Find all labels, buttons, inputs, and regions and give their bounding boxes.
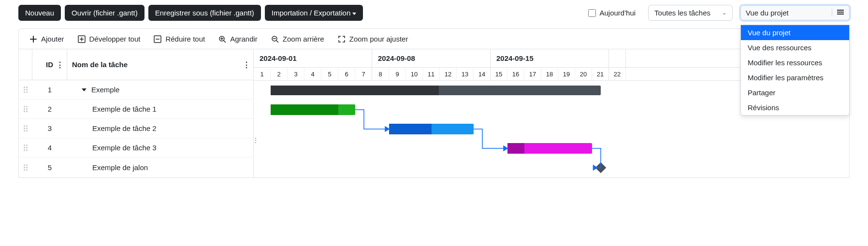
day-header: 18	[541, 68, 558, 80]
day-header: 1	[254, 68, 271, 80]
row-id: 2	[32, 105, 67, 113]
view-option-edit-resources[interactable]: Modifier les ressources	[741, 55, 849, 70]
view-option-edit-settings[interactable]: Modifier les paramètres	[741, 70, 849, 85]
expand-icon	[78, 35, 86, 43]
day-header: 5	[321, 68, 338, 80]
view-dropdown-trigger[interactable]: Vue du projet	[740, 5, 850, 20]
day-header: 9	[389, 68, 406, 80]
import-export-button[interactable]: Importation / Exportation	[265, 5, 363, 21]
table-row[interactable]: 1Exemple	[19, 80, 253, 100]
day-header: 20	[575, 68, 592, 80]
name-column-header[interactable]: Nom de la tâche	[67, 49, 253, 80]
gantt-summary-bar[interactable]	[271, 86, 601, 95]
zoom-out-icon	[271, 35, 279, 43]
table-row[interactable]: 4Exemple de tâche 3	[19, 138, 253, 158]
zoom-in-button[interactable]: Agrandir	[218, 35, 258, 43]
gantt-row	[254, 158, 849, 177]
row-name[interactable]: Exemple de tâche 3	[67, 144, 253, 152]
day-header: 7	[355, 68, 372, 80]
view-option-revisions[interactable]: Révisions	[741, 100, 849, 115]
column-menu-icon[interactable]	[56, 60, 64, 69]
row-name[interactable]: Exemple	[67, 86, 253, 94]
row-drag-handle[interactable]	[19, 164, 32, 171]
day-header: 4	[304, 68, 321, 80]
caret-down-icon	[352, 13, 356, 15]
day-header: 13	[457, 68, 474, 80]
zoom-fit-icon	[338, 35, 346, 43]
day-header: 14	[474, 68, 491, 80]
gantt-task-bar[interactable]	[389, 124, 474, 134]
expand-toggle-icon[interactable]	[82, 88, 87, 91]
row-name[interactable]: Exemple de tâche 1	[67, 105, 253, 113]
table-row[interactable]: 3Exemple de tâche 2	[19, 119, 253, 138]
gantt-row	[254, 139, 849, 158]
day-header: 12	[440, 68, 457, 80]
day-header: 8	[372, 68, 389, 80]
row-drag-handle[interactable]	[19, 106, 32, 112]
day-header: 3	[288, 68, 304, 80]
day-header: 16	[507, 68, 524, 80]
view-dropdown-menu: Vue du projet Vue des ressources Modifie…	[740, 25, 850, 116]
gantt-row	[254, 119, 849, 139]
gantt-task-bar[interactable]	[271, 104, 355, 115]
row-id: 5	[32, 163, 67, 172]
day-header: 22	[609, 68, 626, 80]
zoom-fit-button[interactable]: Zoom pour ajuster	[338, 35, 408, 43]
gantt-task-bar[interactable]	[507, 143, 592, 154]
new-button[interactable]: Nouveau	[18, 5, 61, 21]
view-option-project[interactable]: Vue du projet	[741, 25, 849, 40]
collapse-all-button[interactable]: Réduire tout	[154, 35, 205, 43]
row-drag-handle[interactable]	[19, 145, 32, 151]
row-id: 3	[32, 124, 67, 132]
open-button[interactable]: Ouvrir (fichier .gantt)	[65, 5, 145, 21]
day-header: 19	[558, 68, 575, 80]
zoom-out-button[interactable]: Zoom arrière	[271, 35, 324, 43]
view-option-resources[interactable]: Vue des ressources	[741, 40, 849, 55]
today-checkbox[interactable]	[588, 9, 596, 17]
day-header: 2	[271, 68, 288, 80]
expand-all-button[interactable]: Développer tout	[78, 35, 141, 43]
day-header: 11	[423, 68, 440, 80]
add-button[interactable]: Ajouter	[29, 35, 64, 43]
week-header: 2024-09-15	[491, 49, 609, 67]
zoom-in-icon	[218, 35, 226, 43]
collapse-icon	[154, 35, 161, 43]
day-header: 21	[592, 68, 609, 80]
column-menu-icon[interactable]	[243, 60, 250, 69]
week-header	[609, 49, 626, 67]
chevron-down-icon: ⌄	[722, 10, 726, 16]
table-row[interactable]: 5Exemple de jalon	[19, 158, 253, 177]
day-header: 17	[524, 68, 541, 80]
save-as-button[interactable]: Enregistrer sous (fichier .gantt)	[148, 5, 261, 21]
menu-icon	[832, 9, 844, 17]
row-name[interactable]: Exemple de tâche 2	[67, 124, 253, 132]
day-header: 6	[338, 68, 355, 80]
today-checkbox-label[interactable]: Aujourd'hui	[588, 9, 636, 17]
view-option-share[interactable]: Partager	[741, 85, 849, 100]
row-id: 1	[32, 86, 67, 94]
table-row[interactable]: 2Exemple de tâche 1	[19, 100, 253, 119]
week-header: 2024-09-01	[254, 49, 372, 67]
gantt-milestone[interactable]	[595, 162, 606, 174]
row-drag-handle[interactable]	[19, 125, 32, 131]
row-drag-handle[interactable]	[19, 87, 32, 93]
task-filter-select[interactable]: Toutes les tâches ⌄	[648, 5, 733, 21]
day-header: 15	[491, 68, 507, 80]
id-column-header[interactable]: ID	[32, 49, 67, 80]
week-header: 2024-09-08	[372, 49, 491, 67]
row-id: 4	[32, 144, 67, 152]
plus-icon	[29, 35, 37, 43]
row-name[interactable]: Exemple de jalon	[67, 163, 253, 172]
day-header: 10	[406, 68, 423, 80]
drag-column-header	[19, 49, 32, 80]
